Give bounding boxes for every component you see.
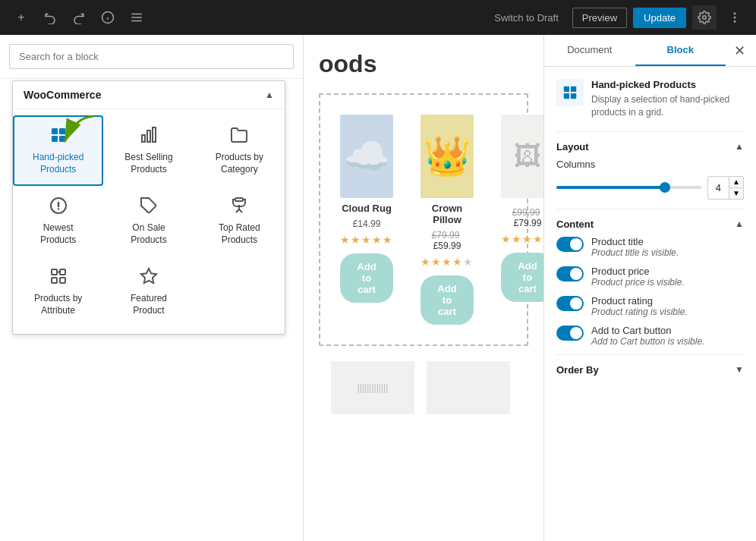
tab-document[interactable]: Document xyxy=(544,35,635,66)
block-icon xyxy=(556,79,584,106)
woo-item-newest[interactable]: Newest Products xyxy=(13,186,103,256)
product-title: Cloud Rug xyxy=(342,203,392,214)
product-rating-toggle[interactable] xyxy=(556,296,584,311)
left-panel: WooCommerce ▲ Hand-picked Products Best … xyxy=(0,35,304,541)
product-price: £79.99 £59.99 xyxy=(421,230,474,251)
columns-label: Columns xyxy=(556,159,595,170)
add-to-cart-button[interactable]: Add to cart xyxy=(340,253,393,303)
product-image: 👑 xyxy=(421,115,474,198)
trophy-icon xyxy=(230,197,248,218)
toggle-product-rating: Product rating Product rating is visible… xyxy=(556,295,744,317)
svg-rect-14 xyxy=(142,135,145,142)
columns-row: Columns xyxy=(556,159,744,170)
price-new: £79.99 xyxy=(514,218,542,228)
svg-rect-13 xyxy=(59,136,65,142)
search-block-input[interactable] xyxy=(9,44,294,69)
update-button[interactable]: Update xyxy=(633,8,686,28)
right-panel: Document Block ✕ Hand-picked Products Di… xyxy=(543,35,756,541)
columns-slider-thumb xyxy=(660,182,670,193)
woo-item-by-attribute[interactable]: Products by Attribute xyxy=(13,256,103,327)
columns-increment-button[interactable]: ▲ xyxy=(729,177,743,187)
product-image: ☁️ xyxy=(340,115,393,198)
toolbar: + Switch to Draft Preview Update xyxy=(0,0,756,35)
block-description: Display a selection of hand-picked produ… xyxy=(591,93,744,119)
woo-item-on-sale[interactable]: On Sale Products xyxy=(103,186,194,256)
woo-item-label: Best Selling Products xyxy=(124,152,172,175)
svg-point-19 xyxy=(57,208,58,209)
order-by-title: Order By xyxy=(556,364,599,376)
layout-chevron-icon[interactable]: ▲ xyxy=(735,141,744,152)
woo-item-best-selling[interactable]: Best Selling Products xyxy=(103,115,194,186)
toggle-product-title: Product title Product title is visible. xyxy=(556,236,744,258)
content-title: Content xyxy=(556,219,594,230)
settings-button[interactable] xyxy=(692,5,717,30)
toggle-description: Product price is visible. xyxy=(591,277,685,288)
page-content: oods ☁️ Cloud Rug £14.99 ★★★★★ Add to ca… xyxy=(304,35,543,541)
star-icon xyxy=(140,267,158,288)
woo-item-label: Products by Category xyxy=(216,152,263,175)
undo-button[interactable] xyxy=(38,5,62,30)
order-by-chevron-icon[interactable]: ▼ xyxy=(735,364,744,375)
block-info: Hand-picked Products Display a selection… xyxy=(556,79,744,119)
product-title: Crown Pillow xyxy=(421,203,474,225)
svg-rect-25 xyxy=(52,278,57,283)
right-panel-tabs: Document Block ✕ xyxy=(544,35,756,67)
svg-point-8 xyxy=(734,17,736,18)
woocommerce-title: WooCommerce xyxy=(24,89,101,101)
svg-rect-12 xyxy=(52,136,58,142)
tab-block[interactable]: Block xyxy=(635,35,726,66)
woocommerce-chevron-icon: ▲ xyxy=(265,90,274,100)
toggle-text: Add to Cart button Add to Cart button is… xyxy=(591,325,704,347)
content-chevron-icon[interactable]: ▲ xyxy=(735,219,744,229)
woo-item-by-category[interactable]: Products by Category xyxy=(194,115,285,186)
columns-slider[interactable] xyxy=(556,186,701,189)
redo-button[interactable] xyxy=(67,5,91,30)
main-layout: WooCommerce ▲ Hand-picked Products Best … xyxy=(0,35,756,541)
product-card: 🖼 £99.99 £79.99 ★★★★★ Add to cart xyxy=(493,107,543,332)
grid-icon xyxy=(49,126,68,147)
bar-chart-icon xyxy=(140,126,158,147)
svg-rect-33 xyxy=(571,93,576,99)
product-title-toggle[interactable] xyxy=(556,237,584,252)
woo-item-top-rated[interactable]: Top Rated Products xyxy=(194,186,285,256)
add-block-button[interactable]: + xyxy=(9,5,33,30)
product-stars: ★★★★★ xyxy=(501,233,543,245)
product-price-toggle[interactable] xyxy=(556,266,584,282)
toolbar-left: + xyxy=(9,5,149,30)
layout-title: Layout xyxy=(556,141,589,153)
toggle-knob xyxy=(570,327,582,339)
product-price: £14.99 xyxy=(353,219,381,229)
toggle-text: Product rating Product rating is visible… xyxy=(591,295,688,317)
svg-rect-23 xyxy=(52,269,57,275)
switch-to-draft-button[interactable]: Switch to Draft xyxy=(487,8,566,28)
layout-section-header: Layout ▲ xyxy=(556,131,744,159)
list-view-button[interactable] xyxy=(124,5,149,30)
more-options-button[interactable] xyxy=(723,5,747,30)
woo-item-label: Featured Product xyxy=(131,293,167,316)
attribute-icon xyxy=(49,267,68,288)
info-button[interactable] xyxy=(96,5,120,30)
svg-point-6 xyxy=(703,16,707,20)
add-to-cart-button[interactable]: Add to cart xyxy=(501,253,543,302)
toggle-description: Add to Cart button is visible. xyxy=(591,336,704,347)
preview-button[interactable]: Preview xyxy=(572,8,627,28)
add-to-cart-button[interactable]: Add to cart xyxy=(421,275,474,325)
price-old: £99.99 xyxy=(512,207,540,218)
add-to-cart-toggle[interactable] xyxy=(556,326,584,341)
product-bottom-placeholder-2 xyxy=(427,361,510,414)
products-grid: ☁️ Cloud Rug £14.99 ★★★★★ Add to cart 👑 … xyxy=(319,93,528,346)
woo-item-featured[interactable]: Featured Product xyxy=(103,256,194,327)
product-price: £99.99 £79.99 xyxy=(501,207,543,228)
columns-decrement-button[interactable]: ▼ xyxy=(729,187,743,199)
toggle-label: Add to Cart button xyxy=(591,325,704,336)
svg-rect-10 xyxy=(52,128,58,134)
toggle-knob xyxy=(570,268,582,280)
svg-point-7 xyxy=(734,13,736,14)
folder-icon xyxy=(230,126,248,147)
svg-rect-11 xyxy=(59,128,65,134)
woo-item-hand-picked[interactable]: Hand-picked Products xyxy=(13,115,103,186)
price-new: £59.99 xyxy=(433,241,461,251)
close-panel-button[interactable]: ✕ xyxy=(726,37,753,64)
woocommerce-header[interactable]: WooCommerce ▲ xyxy=(13,81,285,109)
toggle-text: Product price Product price is visible. xyxy=(591,266,685,288)
